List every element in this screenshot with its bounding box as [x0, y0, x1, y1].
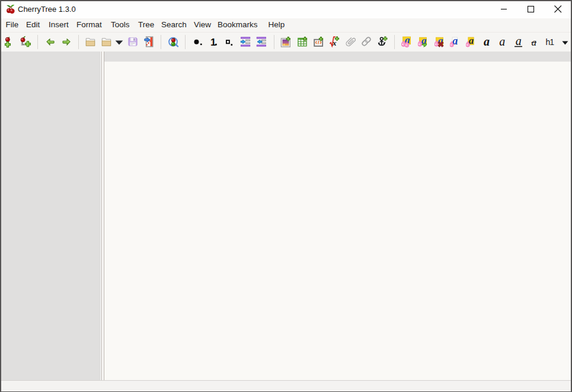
svg-text:x: x [332, 38, 337, 47]
svg-text:1: 1 [210, 37, 216, 46]
svg-text:a: a [515, 36, 521, 47]
